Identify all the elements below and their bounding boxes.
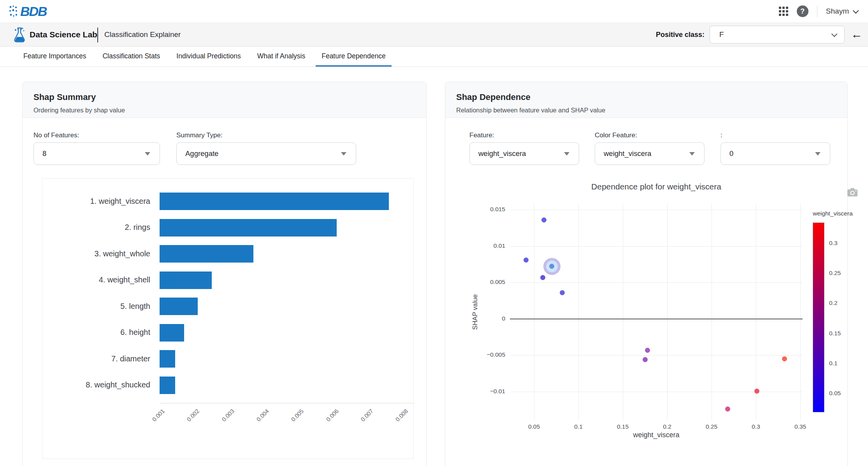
- y-tick-label: 0.015: [482, 206, 505, 213]
- page-title: Classification Explainer: [104, 30, 181, 39]
- scatter-point[interactable]: [540, 275, 545, 280]
- y-tick-label: 0.005: [482, 279, 505, 286]
- help-icon[interactable]: ?: [797, 5, 808, 17]
- title-divider: [97, 28, 98, 42]
- x-tick-label: 0.008: [394, 408, 409, 423]
- bar-category-label: 7. diameter: [42, 354, 150, 363]
- x-tick-label: 0.3: [744, 423, 768, 430]
- x-tick-label: 0.005: [290, 408, 305, 423]
- y-tick-label: −0.01: [482, 388, 505, 395]
- gridline-vertical: [712, 204, 712, 420]
- color-feature-label: Color Feature:: [595, 131, 637, 139]
- tab-what-if-analysis[interactable]: What if Analysis: [251, 47, 311, 67]
- chevron-down-icon: [853, 7, 859, 14]
- dropdown-triangle-icon: [145, 152, 150, 156]
- colorbar: [813, 222, 824, 412]
- chevron-down-icon: [831, 31, 838, 37]
- x-axis-line: [160, 403, 414, 403]
- scatter-point[interactable]: [524, 258, 529, 263]
- x-tick-label: 0.002: [186, 408, 201, 423]
- tab-classification-stats[interactable]: Classification Stats: [97, 47, 166, 67]
- colorbar-tick-label: 0.2: [829, 300, 856, 307]
- flask-icon: [12, 27, 27, 43]
- y-tick-label: −0.005: [482, 351, 505, 358]
- back-arrow-button[interactable]: ←: [851, 28, 863, 41]
- gridline-vertical: [578, 204, 579, 420]
- x-tick-label: 0.25: [700, 423, 723, 430]
- scatter-point[interactable]: [560, 290, 565, 295]
- no-of-features-select[interactable]: 8: [33, 142, 160, 165]
- x-axis-title: weight_viscera: [510, 431, 803, 439]
- tab-feature-dependence[interactable]: Feature Dependence: [316, 47, 391, 67]
- gridline-vertical: [534, 204, 534, 420]
- index-value: 0: [729, 149, 733, 158]
- y-axis-title: SHAP value: [471, 204, 481, 420]
- dropdown-triangle-icon: [689, 152, 695, 156]
- bar-category-label: 1. weight_viscera: [42, 197, 150, 206]
- x-tick-label: 0.004: [255, 408, 270, 423]
- scatter-point[interactable]: [643, 357, 648, 362]
- shap-dependence-header: Shap Dependence Relationship between fea…: [445, 82, 847, 118]
- summary-type-value: Aggregate: [185, 149, 218, 158]
- user-menu[interactable]: Shaym: [826, 7, 857, 16]
- bar-7: [160, 350, 175, 368]
- colorbar-tick-label: 0.1: [829, 360, 856, 367]
- colorbar-tick-label: 0.15: [829, 330, 856, 337]
- feature-label: Feature:: [469, 131, 494, 139]
- bdb-logo[interactable]: BDB: [9, 3, 47, 19]
- x-tick-label: 0.006: [325, 408, 340, 423]
- bar-category-label: 6. height: [42, 328, 150, 337]
- tab-feature-importances[interactable]: Feature Importances: [18, 47, 92, 67]
- x-tick-label: 0.003: [220, 408, 235, 423]
- bar-3: [160, 245, 253, 263]
- colorbar-tick-label: 0.25: [829, 270, 856, 277]
- scatter-point[interactable]: [645, 348, 650, 353]
- download-plot-camera-icon[interactable]: [847, 187, 858, 197]
- colorbar-title: weight_viscera: [813, 210, 868, 217]
- gridline-horizontal: [510, 355, 803, 356]
- index-label: :: [720, 131, 722, 139]
- x-tick-label: 0.2: [655, 423, 679, 430]
- x-tick-label: 0.1: [567, 423, 590, 430]
- gridline-vertical: [800, 204, 801, 420]
- scatter-point[interactable]: [725, 406, 730, 412]
- bar-category-label: 5. length: [42, 302, 150, 311]
- plot-area: [510, 204, 803, 420]
- color-feature-select[interactable]: weight_viscera: [595, 142, 705, 165]
- y-tick-label: 0: [482, 315, 505, 322]
- top-header: BDB ? Shaym: [0, 0, 868, 23]
- tab-bar: Feature Importances Classification Stats…: [0, 47, 868, 67]
- shap-summary-bar-chart: 1. weight_viscera2. rings3. weight_whole…: [42, 178, 414, 459]
- bar-category-label: 2. rings: [42, 223, 150, 232]
- color-feature-value: weight_viscera: [604, 149, 651, 158]
- bar-8: [160, 377, 175, 394]
- feature-select[interactable]: weight_viscera: [469, 142, 579, 165]
- shap-summary-header: Shap Summary Ordering features by shap v…: [23, 82, 426, 118]
- card-subtitle: Relationship between feature value and S…: [456, 107, 836, 114]
- positive-class-select[interactable]: F: [710, 26, 845, 44]
- x-tick-label: 0.35: [789, 423, 812, 430]
- index-select[interactable]: 0: [720, 142, 830, 165]
- tab-individual-predictions[interactable]: Individual Predictions: [170, 47, 246, 67]
- logo-dots-icon: [9, 5, 19, 18]
- x-tick-label: 0.15: [611, 423, 634, 430]
- colorbar-tick-label: 0.3: [829, 240, 856, 247]
- help-glyph: ?: [800, 7, 805, 16]
- bar-category-label: 4. weight_shell: [42, 275, 150, 284]
- shap-dependence-plot: Dependence plot for weight_viscera SHAP …: [445, 171, 868, 459]
- app-title: Data Science Lab: [30, 30, 97, 39]
- dropdown-triangle-icon: [564, 152, 569, 156]
- scatter-point[interactable]: [782, 356, 787, 361]
- summary-type-select[interactable]: Aggregate: [176, 142, 356, 165]
- bar-2: [160, 219, 337, 237]
- apps-grid-icon[interactable]: [779, 7, 788, 16]
- x-tick-label: 0.05: [522, 423, 546, 430]
- dropdown-triangle-icon: [815, 152, 821, 156]
- gridline-vertical: [667, 204, 668, 420]
- bar-1: [160, 193, 389, 210]
- no-of-features-label: No of Features:: [33, 131, 79, 139]
- logo-text: BDB: [20, 4, 47, 19]
- scatter-point[interactable]: [541, 217, 546, 222]
- scatter-point[interactable]: [754, 389, 759, 394]
- card-title: Shap Summary: [33, 92, 415, 102]
